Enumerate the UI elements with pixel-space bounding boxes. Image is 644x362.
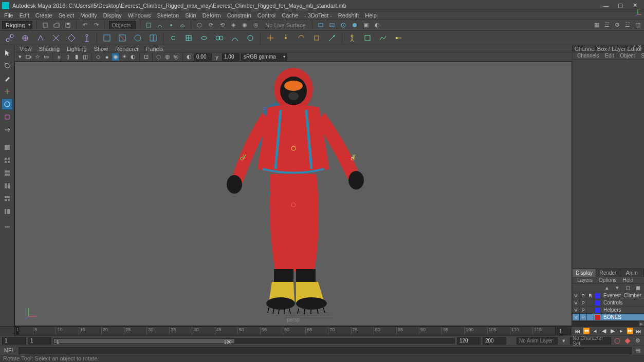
viewport[interactable]: z y y persp bbox=[14, 62, 572, 326]
layer-row[interactable]: VPHelpers bbox=[573, 307, 644, 314]
vp-menu-renderer[interactable]: Renderer bbox=[112, 46, 142, 52]
cb-menu-show[interactable]: Show bbox=[638, 53, 644, 59]
character-set-select[interactable]: No Character Set bbox=[570, 337, 611, 345]
xray-components-icon[interactable]: ◎ bbox=[173, 53, 180, 61]
point-constraint-icon[interactable] bbox=[280, 32, 291, 44]
two-pane-v-icon[interactable] bbox=[2, 180, 13, 192]
command-input[interactable] bbox=[19, 347, 632, 354]
layer-scrollbar[interactable] bbox=[573, 321, 639, 326]
four-pane-icon[interactable] bbox=[2, 155, 13, 166]
three-pane-icon[interactable] bbox=[2, 193, 13, 204]
layer-reference-toggle[interactable] bbox=[587, 299, 594, 306]
cb-menu-channels[interactable]: Channels bbox=[575, 53, 601, 59]
menu-help[interactable]: Help bbox=[362, 12, 380, 18]
new-layer-icon[interactable]: ◻ bbox=[623, 284, 632, 292]
menu-redshift[interactable]: Redshift bbox=[335, 12, 362, 18]
go-end-icon[interactable]: ⏭ bbox=[635, 328, 643, 335]
render-settings-icon[interactable] bbox=[339, 21, 347, 29]
cluster-icon[interactable]: C bbox=[168, 32, 179, 44]
bookmark-icon[interactable]: ☆ bbox=[34, 53, 41, 61]
layer-color-swatch[interactable] bbox=[594, 299, 601, 306]
quick-rig-icon[interactable] bbox=[346, 32, 358, 44]
layer-reference-toggle[interactable]: R bbox=[587, 292, 594, 299]
resolution-gate-icon[interactable]: ▮ bbox=[73, 53, 80, 61]
menu-control[interactable]: Control bbox=[254, 12, 279, 18]
menu-display[interactable]: Display bbox=[100, 12, 125, 18]
menu-skeleton[interactable]: Skeleton bbox=[154, 12, 182, 18]
maximize-button[interactable]: ▢ bbox=[613, 1, 628, 10]
layer-reference-toggle[interactable] bbox=[587, 314, 594, 320]
lattice-icon[interactable] bbox=[183, 32, 194, 44]
construction-icon-3[interactable]: ◎ bbox=[252, 21, 260, 29]
gamma-field[interactable]: 1.00 bbox=[222, 53, 240, 61]
menu--3dotest-[interactable]: - 3DoTest - bbox=[301, 12, 335, 18]
layer-playback-toggle[interactable]: P bbox=[580, 292, 587, 299]
construction-icon[interactable]: ◈ bbox=[229, 21, 237, 29]
scroll-right-icon[interactable]: ▸ bbox=[639, 321, 644, 326]
menu-windows[interactable]: Windows bbox=[125, 12, 154, 18]
script-editor-icon[interactable]: ▤ bbox=[634, 347, 642, 355]
menu-file[interactable]: File bbox=[1, 12, 16, 18]
minimize-button[interactable]: — bbox=[599, 1, 613, 10]
exposure-field[interactable]: 0.00 bbox=[194, 53, 212, 61]
history-icon[interactable]: ⟳ bbox=[207, 21, 215, 29]
close-panel-icon[interactable]: ✕ bbox=[638, 44, 642, 49]
set-driven-key-icon[interactable] bbox=[393, 32, 404, 44]
layer-menu-layers[interactable]: Layers bbox=[575, 277, 595, 283]
gamma-icon[interactable]: γ bbox=[213, 53, 220, 61]
vp-menu-panels[interactable]: Panels bbox=[143, 46, 167, 52]
modeling-toolkit-icon[interactable]: ◫ bbox=[634, 21, 642, 29]
menu-deform[interactable]: Deform bbox=[199, 12, 224, 18]
prefs-icon[interactable]: ⚙ bbox=[634, 337, 642, 345]
textured-icon[interactable]: ◉ bbox=[112, 53, 119, 61]
snap-plane-icon[interactable] bbox=[178, 21, 187, 29]
workspace-select[interactable]: Rigging bbox=[2, 21, 32, 29]
insert-joint-icon[interactable] bbox=[20, 32, 31, 44]
tool-settings-icon[interactable]: ⚙ bbox=[613, 21, 621, 29]
step-back-key-icon[interactable]: ⏪ bbox=[582, 328, 591, 335]
mirror-weights-icon[interactable] bbox=[148, 32, 159, 44]
gate-mask-icon[interactable]: ◫ bbox=[82, 53, 89, 61]
hik-icon[interactable] bbox=[362, 32, 373, 44]
isolate-icon[interactable]: ⊡ bbox=[142, 53, 150, 61]
cb-menu-edit[interactable]: Edit bbox=[602, 53, 616, 59]
range-handle[interactable]: 1 120 bbox=[54, 339, 234, 343]
play-forward-icon[interactable]: ▶ bbox=[609, 328, 617, 335]
menu-skin[interactable]: Skin bbox=[182, 12, 199, 18]
color-mgmt-select[interactable]: sRGB gamma bbox=[241, 53, 287, 61]
shadows-icon[interactable]: ◐ bbox=[130, 53, 137, 61]
menu-select[interactable]: Select bbox=[56, 12, 78, 18]
channelbox-toggle-icon[interactable]: ☰ bbox=[603, 21, 611, 29]
layer-playback-toggle[interactable]: P bbox=[580, 299, 587, 306]
smooth-shade-icon[interactable]: ● bbox=[103, 53, 111, 61]
vp-menu-show[interactable]: Show bbox=[91, 46, 112, 52]
vp-menu-lighting[interactable]: Lighting bbox=[64, 46, 90, 52]
open-scene-icon[interactable] bbox=[52, 21, 61, 29]
select-camera-icon[interactable]: ▾ bbox=[16, 53, 24, 61]
paint-weights-icon[interactable] bbox=[132, 32, 143, 44]
nonlinear-icon[interactable] bbox=[229, 32, 241, 44]
panel-layout-icon[interactable]: ▦ bbox=[593, 21, 601, 29]
make-live-icon[interactable] bbox=[195, 21, 204, 29]
vp-menu-shading[interactable]: Shading bbox=[36, 46, 63, 52]
undo-icon[interactable]: ↶ bbox=[81, 21, 89, 29]
anim-layer-select[interactable]: No Anim Layer bbox=[517, 337, 558, 345]
orient-joint-icon[interactable] bbox=[50, 32, 62, 44]
step-forward-icon[interactable]: ▸ bbox=[617, 328, 625, 335]
menu-constrain[interactable]: Constrain bbox=[224, 12, 254, 18]
layer-menu-help[interactable]: Help bbox=[620, 277, 636, 283]
wireframe-icon[interactable]: ◇ bbox=[95, 53, 102, 61]
ik-spline-icon[interactable] bbox=[81, 32, 93, 44]
menu-cache[interactable]: Cache bbox=[279, 12, 301, 18]
cb-menu-object[interactable]: Object bbox=[618, 53, 638, 59]
selection-mask-field[interactable]: Objects bbox=[109, 21, 136, 29]
aim-constraint-icon[interactable] bbox=[326, 32, 338, 44]
two-pane-h-icon[interactable] bbox=[2, 167, 13, 179]
construction-icon-2[interactable]: ◉ bbox=[241, 21, 249, 29]
current-time-field[interactable]: 1 bbox=[557, 328, 571, 335]
film-gate-icon[interactable]: ▯ bbox=[64, 53, 71, 61]
layer-tab-display[interactable]: Display bbox=[573, 269, 596, 277]
layer-visible-toggle[interactable]: V bbox=[573, 314, 580, 320]
vp-menu-view[interactable]: View bbox=[16, 46, 35, 52]
new-layer-selected-icon[interactable]: ◼ bbox=[634, 284, 642, 292]
